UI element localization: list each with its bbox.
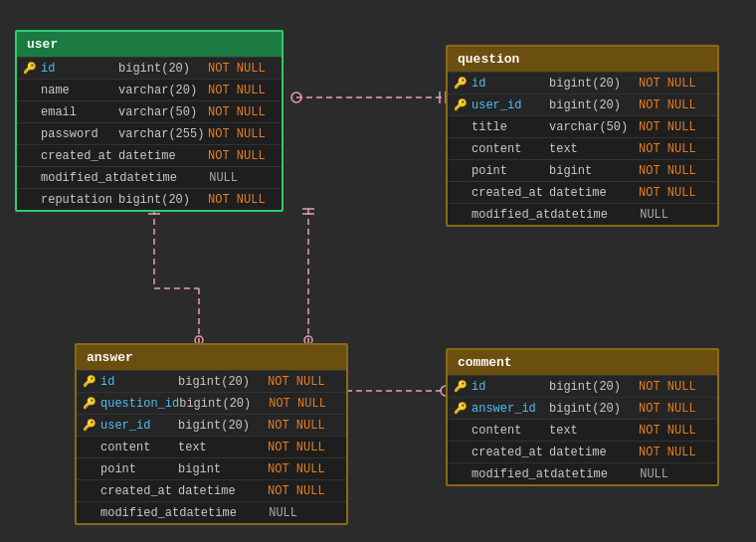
col-type: bigint(20) xyxy=(178,375,268,389)
col-type: bigint xyxy=(178,462,268,476)
pk-icon: 🔑 xyxy=(21,62,39,75)
table-row: 🔑 question_id bigint(20) NOT NULL xyxy=(77,392,346,414)
pk-icon: 🔑 xyxy=(452,77,470,90)
col-constraint: NULL xyxy=(640,208,668,222)
col-type: datetime xyxy=(119,171,209,185)
col-name: id xyxy=(470,380,549,394)
col-name: modified_at xyxy=(470,208,550,222)
col-constraint: NOT NULL xyxy=(639,164,696,178)
table-row: created_at datetime NOT NULL xyxy=(17,144,282,166)
table-row: created_at datetime NOT NULL xyxy=(77,479,346,501)
col-type: datetime xyxy=(179,506,269,520)
col-name: id xyxy=(470,77,549,90)
col-type: text xyxy=(178,441,268,454)
col-constraint: NOT NULL xyxy=(268,484,325,498)
table-row: 🔑 answer_id bigint(20) NOT NULL xyxy=(448,397,717,419)
col-constraint: NOT NULL xyxy=(639,77,696,90)
col-constraint: NOT NULL xyxy=(208,105,266,119)
col-type: datetime xyxy=(549,186,639,200)
col-name: modified_at xyxy=(39,171,119,185)
col-name: answer_id xyxy=(470,402,549,416)
col-name: point xyxy=(470,164,549,178)
fk-icon: 🔑 xyxy=(81,397,98,410)
table-row: point bigint NOT NULL xyxy=(77,457,346,479)
table-row: 🔑 id bigint(20) NOT NULL xyxy=(77,370,346,392)
col-type: datetime xyxy=(549,446,639,459)
col-constraint: NOT NULL xyxy=(268,375,325,389)
col-type: varchar(50) xyxy=(549,120,639,134)
col-constraint: NULL xyxy=(269,506,297,520)
col-name: created_at xyxy=(98,484,178,498)
question-table: question 🔑 id bigint(20) NOT NULL 🔑 user… xyxy=(446,45,719,227)
col-name: created_at xyxy=(470,446,549,459)
col-type: bigint(20) xyxy=(118,193,208,207)
fk-icon: 🔑 xyxy=(81,419,98,432)
pk-icon: 🔑 xyxy=(81,375,98,388)
table-row: content text NOT NULL xyxy=(77,436,346,457)
col-constraint: NOT NULL xyxy=(269,397,326,411)
table-row: 🔑 user_id bigint(20) NOT NULL xyxy=(77,414,346,436)
col-constraint: NOT NULL xyxy=(208,84,266,97)
comment-table-header: comment xyxy=(448,350,717,375)
user-table-header: user xyxy=(17,32,282,57)
col-type: varchar(20) xyxy=(118,84,208,97)
pk-icon: 🔑 xyxy=(452,380,470,393)
table-row: password varchar(255) NOT NULL xyxy=(17,122,282,144)
col-constraint: NOT NULL xyxy=(639,186,696,200)
col-constraint: NOT NULL xyxy=(639,402,696,416)
table-row: 🔑 id bigint(20) NOT NULL xyxy=(17,57,282,79)
answer-table-header: answer xyxy=(77,345,346,370)
table-row: 🔑 id bigint(20) NOT NULL xyxy=(448,72,717,93)
table-row: name varchar(20) NOT NULL xyxy=(17,79,282,100)
col-constraint: NOT NULL xyxy=(639,446,696,459)
col-name: reputation xyxy=(39,193,118,207)
col-type: bigint(20) xyxy=(118,62,208,76)
col-name: id xyxy=(39,62,118,76)
col-type: datetime xyxy=(118,149,208,163)
table-row: email varchar(50) NOT NULL xyxy=(17,100,282,122)
user-table: user 🔑 id bigint(20) NOT NULL name varch… xyxy=(15,30,284,212)
col-name: modified_at xyxy=(470,467,550,481)
col-type: bigint xyxy=(549,164,639,178)
col-type: bigint(20) xyxy=(179,397,269,411)
table-row: title varchar(50) NOT NULL xyxy=(448,115,717,137)
col-type: varchar(255) xyxy=(118,127,208,141)
table-row: modified_at datetime NULL xyxy=(448,203,717,225)
col-type: text xyxy=(549,424,639,438)
col-constraint: NOT NULL xyxy=(208,149,266,163)
col-constraint: NOT NULL xyxy=(639,142,696,156)
col-type: datetime xyxy=(550,467,640,481)
col-name: created_at xyxy=(470,186,549,200)
diagram-canvas: user 🔑 id bigint(20) NOT NULL name varch… xyxy=(0,0,756,542)
col-type: datetime xyxy=(550,208,640,222)
svg-point-1 xyxy=(291,92,301,102)
col-constraint: NOT NULL xyxy=(639,424,696,438)
question-table-body: 🔑 id bigint(20) NOT NULL 🔑 user_id bigin… xyxy=(448,72,717,225)
table-row: 🔑 id bigint(20) NOT NULL xyxy=(448,375,717,397)
table-row: reputation bigint(20) NOT NULL xyxy=(17,188,282,210)
col-constraint: NOT NULL xyxy=(208,127,266,141)
table-row: modified_at datetime NULL xyxy=(448,462,717,484)
comment-table-body: 🔑 id bigint(20) NOT NULL 🔑 answer_id big… xyxy=(448,375,717,484)
col-constraint: NOT NULL xyxy=(208,62,266,76)
col-name: user_id xyxy=(470,98,549,112)
col-name: content xyxy=(98,441,178,454)
col-constraint: NOT NULL xyxy=(268,462,325,476)
table-row: modified_at datetime NULL xyxy=(17,166,282,188)
table-row: created_at datetime NOT NULL xyxy=(448,441,717,462)
comment-table: comment 🔑 id bigint(20) NOT NULL 🔑 answe… xyxy=(446,348,719,486)
col-constraint: NULL xyxy=(640,467,668,481)
table-row: content text NOT NULL xyxy=(448,419,717,441)
answer-table: answer 🔑 id bigint(20) NOT NULL 🔑 questi… xyxy=(75,343,348,525)
col-type: varchar(50) xyxy=(118,105,208,119)
col-constraint: NULL xyxy=(209,171,238,185)
col-name: email xyxy=(39,105,118,119)
col-type: datetime xyxy=(178,484,268,498)
col-name: created_at xyxy=(39,149,118,163)
col-type: bigint(20) xyxy=(549,380,639,394)
col-constraint: NOT NULL xyxy=(268,419,325,433)
col-constraint: NOT NULL xyxy=(639,120,696,134)
user-table-body: 🔑 id bigint(20) NOT NULL name varchar(20… xyxy=(17,57,282,210)
fk-icon: 🔑 xyxy=(452,402,470,415)
col-constraint: NOT NULL xyxy=(208,193,266,207)
